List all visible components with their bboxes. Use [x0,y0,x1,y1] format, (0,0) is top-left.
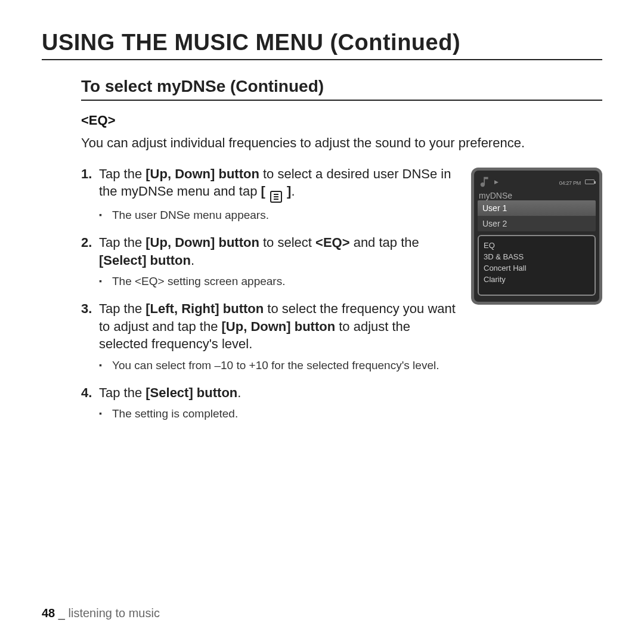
step-3-sub-item: You can select from –10 to +10 for the s… [99,358,459,373]
step-1-bracket-open: [ [261,184,268,199]
device-status-right: 04:27 PM [559,177,595,187]
step-4-sub-item: The setting is completed. [99,406,459,422]
content-row: Tap the [Up, Down] button to select a de… [81,165,602,432]
manual-page: USING THE MUSIC MENU (Continued) To sele… [0,0,644,644]
step-1-sub-item: The user DNSe menu appears. [99,208,459,223]
step-1-text-a: Tap the [99,166,145,181]
footer-section: listening to music [69,606,160,620]
subheading-wrap: To select myDNSe (Continued) [42,77,602,101]
step-2-text-a: Tap the [99,235,145,250]
step-4-sub: The setting is completed. [99,406,459,422]
step-4: Tap the [Select] button. The setting is … [81,384,459,422]
intro-text: You can adjust individual frequencies to… [81,134,602,152]
step-1: Tap the [Up, Down] button to select a de… [81,165,459,223]
device-user-list: User 1 User 2 [478,200,596,231]
step-4-text-a: Tap the [99,385,145,400]
step-1-text-d: . [291,184,295,199]
page-title: USING THE MUSIC MENU (Continued) [42,30,602,60]
step-2-sub-item: The <EQ> setting screen appears. [99,274,459,289]
device-submenu: EQ 3D & BASS Concert Hall Clarity [478,235,596,296]
steps-list: Tap the [Up, Down] button to select a de… [81,165,459,422]
page-number: 48 [42,606,55,620]
device-sub-clarity: Clarity [484,274,590,285]
step-1-bold-1: [Up, Down] button [145,166,259,181]
device-status-bar: ▶ 04:27 PM [478,174,596,191]
step-4-bold-1: [Select] button [145,385,237,400]
step-2-text-c: to select [259,235,315,250]
step-1-bracket-close: ] [283,184,291,199]
step-3-sub: You can select from –10 to +10 for the s… [99,358,459,373]
section-subtitle: To select myDNSe (Continued) [81,77,602,101]
step-3-bold-1: [Left, Right] button [145,301,264,316]
footer-sep: _ [55,606,68,620]
eq-heading: <EQ> [81,113,602,128]
device-screenshot: ▶ 04:27 PM myDNSe User 1 User 2 EQ 3D & … [471,168,602,305]
device-row-user1: User 1 [478,200,596,216]
music-note-icon [479,175,492,188]
body-content: <EQ> You can adjust individual frequenci… [42,113,602,432]
device-sub-eq: EQ [484,240,590,251]
page-footer: 48 _ listening to music [42,606,160,620]
device-screen-title: myDNSe [479,191,596,200]
device-sub-3dbass: 3D & BASS [484,251,590,262]
device-play-icon: ▶ [494,179,499,185]
step-2-text-e: and tap the [350,235,419,250]
step-2-eq: <EQ> [315,235,349,250]
battery-icon [585,179,595,184]
step-2-sub: The <EQ> setting screen appears. [99,274,459,289]
step-3: Tap the [Left, Right] button to select t… [81,300,459,373]
step-2-bold-1: [Up, Down] button [145,235,259,250]
step-4-text-c: . [237,385,241,400]
step-2: Tap the [Up, Down] button to select <EQ>… [81,234,459,289]
device-sub-concert: Concert Hall [484,262,590,274]
device-status-left: ▶ [479,175,499,188]
step-2-bold-2: [Select] button [99,253,191,268]
device-time: 04:27 PM [559,180,581,186]
menu-icon [270,191,282,203]
step-2-text-g: . [191,253,194,268]
steps-column: Tap the [Up, Down] button to select a de… [81,165,459,432]
step-3-text-a: Tap the [99,301,145,316]
device-row-user2: User 2 [478,216,596,231]
step-1-sub: The user DNSe menu appears. [99,208,459,223]
step-3-bold-2: [Up, Down] button [222,319,336,334]
